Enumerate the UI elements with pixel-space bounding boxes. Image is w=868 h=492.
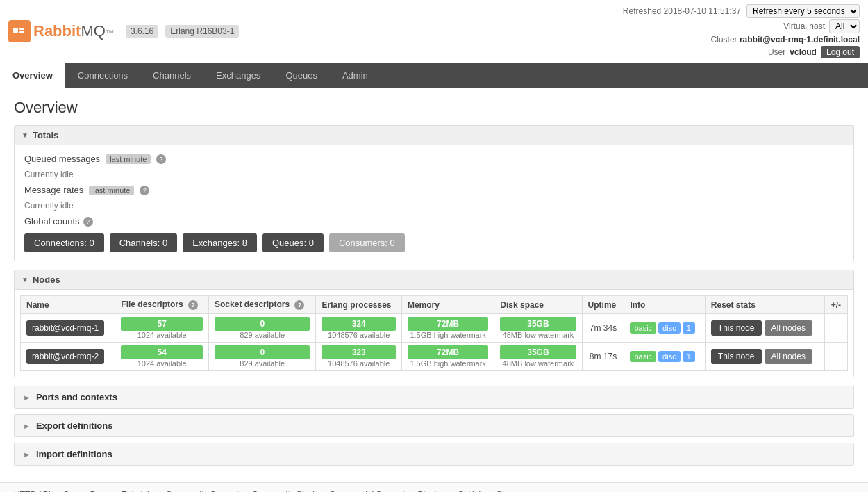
totals-arrow: ▼	[22, 131, 28, 139]
col-memory: Memory	[401, 296, 494, 314]
nav-queues[interactable]: Queues	[273, 63, 330, 88]
file-help-icon[interactable]: ?	[188, 300, 198, 310]
user-row: User vcloud Log out	[623, 46, 860, 58]
consumers-count-btn[interactable]: Consumers: 0	[329, 233, 405, 252]
refresh-row: Refreshed 2018-07-10 11:51:37 Refresh ev…	[623, 4, 860, 18]
badge-disc-1: disc	[658, 351, 681, 362]
main-content: Overview ▼ Totals Queued messages last m…	[0, 88, 868, 482]
table-row: rabbit@vcd-rmq-1 57 1024 available 0 829…	[21, 314, 848, 343]
logout-button[interactable]: Log out	[821, 46, 860, 58]
col-info: Info	[624, 296, 705, 314]
channels-count-btn[interactable]: Channels: 0	[110, 233, 177, 252]
erlang-avail-1: 1048576 available	[322, 359, 395, 368]
badge-basic-1: basic	[630, 351, 656, 362]
badge-num-0: 1	[683, 322, 695, 334]
memory-avail-1: 1.5GB high watermark	[408, 359, 488, 368]
col-disk: Disk space	[494, 296, 582, 314]
this-node-btn-1[interactable]: This node	[711, 349, 762, 364]
queued-tag: last minute	[106, 154, 151, 164]
footer: HTTP APIServer DocsTutorialsCommunity Su…	[0, 482, 868, 492]
badge-num-1: 1	[683, 351, 695, 362]
file-bar-1: 54	[121, 345, 203, 359]
queues-count-btn[interactable]: Queues: 0	[262, 233, 324, 252]
nodes-title: Nodes	[33, 274, 60, 285]
queued-idle: Currently idle	[24, 170, 844, 179]
refresh-select[interactable]: Refresh every 5 seconds	[746, 4, 860, 18]
badge-basic-0: basic	[630, 322, 656, 334]
info-badges-1: basic disc 1	[630, 351, 699, 362]
uptime-0: 7m 34s	[590, 323, 617, 333]
disk-avail-1: 48MB low watermark	[500, 359, 576, 368]
col-erlang: Erlang processes	[316, 296, 401, 314]
connections-count-btn[interactable]: Connections: 0	[24, 233, 104, 252]
socket-bar-0: 0	[215, 317, 310, 331]
nav-channels[interactable]: Channels	[140, 63, 203, 88]
socket-avail-0: 829 available	[215, 331, 310, 339]
uptime-1: 8m 17s	[590, 352, 617, 361]
nav-exchanges[interactable]: Exchanges	[203, 63, 273, 88]
svg-rect-0	[13, 28, 18, 33]
totals-header[interactable]: ▼ Totals	[15, 126, 853, 145]
erlang-bar-1: 323	[322, 345, 395, 359]
queued-help-icon[interactable]: ?	[156, 154, 166, 164]
reset-btns-1: This node All nodes	[711, 349, 819, 364]
badge-disc-0: disc	[658, 322, 681, 334]
nav-overview[interactable]: Overview	[0, 63, 65, 88]
totals-body: Queued messages last minute ? Currently …	[15, 145, 853, 261]
node-name-0: rabbit@vcd-rmq-1	[26, 320, 104, 336]
rates-idle: Currently idle	[24, 201, 844, 211]
socket-bar-1: 0	[215, 345, 310, 359]
ports-header[interactable]: ► Ports and contexts	[15, 386, 853, 408]
cluster-name: rabbit@vcd-rmq-1.definit.local	[740, 35, 860, 44]
import-arrow: ►	[23, 450, 31, 459]
nav-admin[interactable]: Admin	[330, 63, 381, 88]
disk-bar-0: 35GB	[500, 317, 576, 331]
this-node-btn-0[interactable]: This node	[711, 320, 762, 336]
totals-section: ▼ Totals Queued messages last minute ? C…	[14, 125, 854, 261]
nodes-body: Name File descriptors ? Socket descripto…	[15, 290, 853, 377]
export-title: Export definitions	[36, 420, 113, 431]
file-avail-1: 1024 available	[121, 359, 203, 368]
memory-bar-0: 72MB	[408, 317, 488, 331]
header: RabbitMQ™ 3.6.16 Erlang R16B03-1 Refresh…	[0, 0, 868, 63]
exchanges-count-btn[interactable]: Exchanges: 8	[183, 233, 257, 252]
col-socket: Socket descriptors ?	[209, 296, 316, 314]
disk-avail-0: 48MB low watermark	[500, 331, 576, 339]
socket-avail-1: 829 available	[215, 359, 310, 368]
socket-help-icon[interactable]: ?	[294, 300, 304, 310]
disk-bar-1: 35GB	[500, 345, 576, 359]
export-arrow: ►	[23, 422, 31, 430]
vhost-row: Virtual host All	[623, 19, 860, 33]
export-header[interactable]: ► Export definitions	[15, 415, 853, 436]
nodes-header[interactable]: ▼ Nodes	[15, 270, 853, 290]
nodes-table: Name File descriptors ? Socket descripto…	[20, 295, 848, 371]
import-title: Import definitions	[36, 449, 112, 459]
import-header[interactable]: ► Import definitions	[15, 443, 853, 465]
rates-tag: last minute	[89, 186, 134, 195]
global-counts-help-icon[interactable]: ?	[83, 217, 93, 227]
nav-connections[interactable]: Connections	[65, 63, 140, 88]
all-nodes-btn-0[interactable]: All nodes	[765, 320, 812, 336]
logo: RabbitMQ™ 3.6.16 Erlang R16B03-1	[8, 20, 239, 42]
top-right-info: Refreshed 2018-07-10 11:51:37 Refresh ev…	[623, 4, 860, 58]
col-plus-minus[interactable]: +/-	[824, 296, 847, 314]
nodes-section: ▼ Nodes Name File descriptors ? Socket d…	[14, 270, 854, 377]
svg-rect-1	[19, 28, 24, 30]
nav-bar: Overview Connections Channels Exchanges …	[0, 63, 868, 88]
rates-row: Message rates last minute ?	[24, 185, 844, 195]
rates-help-icon[interactable]: ?	[140, 186, 149, 195]
version-badge: 3.6.16	[126, 25, 158, 38]
queued-label: Queued messages	[24, 154, 100, 164]
totals-title: Totals	[33, 130, 58, 140]
info-badges-0: basic disc 1	[630, 322, 699, 334]
all-nodes-btn-1[interactable]: All nodes	[765, 349, 812, 364]
queued-row: Queued messages last minute ?	[24, 154, 844, 164]
vhost-select[interactable]: All	[829, 19, 860, 33]
erlang-avail-0: 1048576 available	[322, 331, 395, 339]
cluster-label: Cluster	[711, 35, 737, 44]
cluster-row: Cluster rabbit@vcd-rmq-1.definit.local	[623, 35, 860, 44]
node-name-1: rabbit@vcd-rmq-2	[26, 349, 104, 364]
import-section: ► Import definitions	[14, 443, 854, 466]
memory-avail-0: 1.5GB high watermark	[408, 331, 488, 339]
col-reset: Reset stats	[705, 296, 824, 314]
